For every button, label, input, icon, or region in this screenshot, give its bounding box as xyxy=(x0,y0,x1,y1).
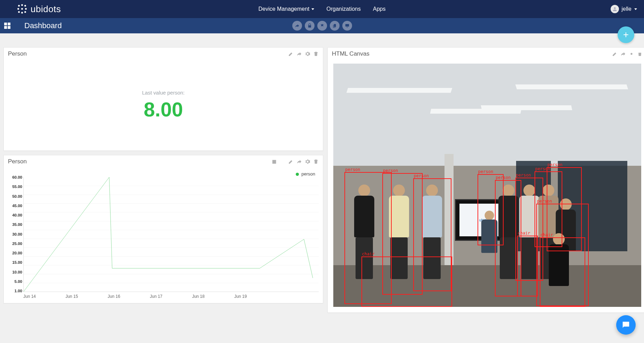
nav-apps[interactable]: Apps xyxy=(373,6,385,12)
nav-label: Apps xyxy=(373,6,385,12)
edit-icon[interactable] xyxy=(288,159,294,164)
widget-html-canvas: HTML Canvas ubidot xyxy=(327,47,644,313)
detection-label: person xyxy=(516,173,531,178)
display-button[interactable] xyxy=(342,21,352,31)
detection-label: person xyxy=(414,173,429,178)
detection-box: chair xyxy=(540,237,585,307)
logo-icon xyxy=(17,4,27,14)
page-title: Dashboard xyxy=(24,21,62,30)
plus-icon: + xyxy=(623,29,629,40)
value-label: Last value person: xyxy=(142,90,185,96)
calendar-icon[interactable] xyxy=(271,159,277,164)
copy-button[interactable] xyxy=(330,21,340,31)
detection-label: person xyxy=(496,175,511,180)
widget-line-chart: Person person 60.0055.0050.0045.0040.003… xyxy=(3,155,323,303)
brand-logo[interactable]: ubidots xyxy=(17,4,61,15)
x-axis-ticks: Jun 14Jun 15Jun 16Jun 17Jun 18Jun 19 xyxy=(23,292,319,299)
chat-support-button[interactable] xyxy=(616,315,636,335)
gear-icon[interactable] xyxy=(305,51,310,57)
edit-icon[interactable] xyxy=(612,51,618,57)
legend-label: person xyxy=(301,171,315,177)
chevron-down-icon xyxy=(311,8,314,10)
detection-box: chair xyxy=(361,256,453,307)
detection-label: person xyxy=(383,168,398,173)
nav-device-management[interactable]: Device Management xyxy=(259,6,315,12)
detection-canvas: ubidot personpersonpersonpersonpersonper… xyxy=(333,64,641,307)
grid-icon[interactable] xyxy=(4,23,10,29)
detection-box: chair xyxy=(517,236,538,296)
line-series xyxy=(24,177,319,292)
add-widget-button[interactable]: + xyxy=(618,26,634,43)
detection-label: chair xyxy=(540,232,553,237)
nav-organizations[interactable]: Organizations xyxy=(326,6,361,12)
chevron-down-icon xyxy=(634,8,637,10)
gear-icon[interactable] xyxy=(629,51,634,57)
detection-label: chair xyxy=(518,231,530,236)
trash-icon[interactable] xyxy=(637,51,643,57)
brand-name: ubidots xyxy=(31,4,61,15)
widget-title: Person xyxy=(8,50,27,57)
detection-label: person xyxy=(478,169,493,174)
share-icon[interactable] xyxy=(620,51,626,57)
legend-dot xyxy=(296,173,299,176)
nav-label: Device Management xyxy=(259,6,310,12)
chat-icon xyxy=(621,320,631,330)
detection-label: person xyxy=(345,167,360,172)
download-icon[interactable] xyxy=(280,159,285,164)
gear-icon[interactable] xyxy=(305,159,310,164)
detection-label: person xyxy=(537,199,552,204)
detection-label: person xyxy=(547,162,562,167)
chart-plot-area[interactable]: 60.0055.0050.0045.0040.0035.0030.0025.00… xyxy=(23,177,319,292)
detection-label: chair xyxy=(362,252,375,256)
dashboard-content: Person Last value person: 8.00 Person xyxy=(0,33,644,316)
dashboard-header: Dashboard xyxy=(0,18,644,33)
widget-title: Person xyxy=(8,158,27,165)
nav-menu: Device Management Organizations Apps xyxy=(259,6,386,12)
widget-last-value: Person Last value person: 8.00 xyxy=(3,47,323,151)
value-number: 8.00 xyxy=(144,98,183,121)
top-nav: ubidots Device Management Organizations … xyxy=(0,0,644,18)
trash-icon[interactable] xyxy=(313,159,319,164)
avatar xyxy=(611,5,619,13)
widget-title: HTML Canvas xyxy=(332,50,369,57)
svg-point-0 xyxy=(614,7,616,9)
download-icon[interactable] xyxy=(604,51,609,57)
share-icon[interactable] xyxy=(296,159,302,164)
nav-label: Organizations xyxy=(326,6,361,12)
org-button[interactable] xyxy=(317,21,327,31)
share-icon[interactable] xyxy=(296,51,302,57)
chart-legend: person xyxy=(8,170,319,177)
edit-icon[interactable] xyxy=(288,51,294,57)
user-name: jelle xyxy=(622,6,631,12)
trash-icon[interactable] xyxy=(313,51,319,57)
y-axis-ticks: 60.0055.0050.0045.0040.0035.0030.0025.00… xyxy=(7,175,22,293)
user-menu[interactable]: jelle xyxy=(611,5,637,13)
share-button[interactable] xyxy=(292,21,302,31)
lock-button[interactable] xyxy=(305,21,315,31)
